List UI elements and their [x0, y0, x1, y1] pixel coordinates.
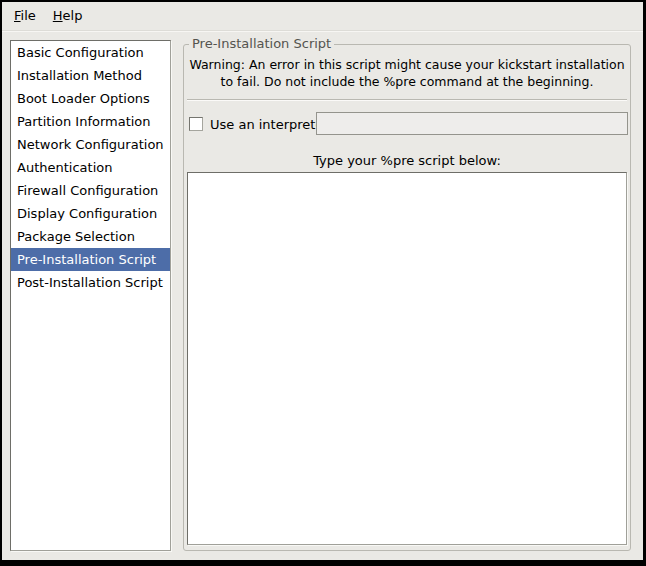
menu-bar: File Help	[2, 2, 643, 31]
sidebar-item-basic-configuration[interactable]: Basic Configuration	[11, 41, 170, 64]
panel-title: Pre-Installation Script	[189, 36, 334, 51]
warning-text: Warning: An error in this script might c…	[184, 56, 630, 90]
sidebar-item-installation-method[interactable]: Installation Method	[11, 64, 170, 87]
pre-installation-script-panel: Pre-Installation Script Warning: An erro…	[183, 44, 631, 551]
checkbox-unchecked-icon	[189, 117, 203, 131]
sidebar-item-display-configuration[interactable]: Display Configuration	[11, 202, 170, 225]
sidebar-item-partition-information[interactable]: Partition Information	[11, 110, 170, 133]
sidebar-item-boot-loader-options[interactable]: Boot Loader Options	[11, 87, 170, 110]
sidebar-item-network-configuration[interactable]: Network Configuration	[11, 133, 170, 156]
warning-line-2: to fail. Do not include the %pre command…	[184, 73, 630, 90]
sidebar-item-pre-installation-script[interactable]: Pre-Installation Script	[11, 248, 170, 271]
menu-help[interactable]: Help	[45, 3, 92, 29]
sidebar-item-authentication[interactable]: Authentication	[11, 156, 170, 179]
script-label: Type your %pre script below:	[184, 153, 630, 168]
use-interpreter-checkbox[interactable]: Use an interpreter:	[188, 111, 333, 137]
sidebar-item-post-installation-script[interactable]: Post-Installation Script	[11, 271, 170, 294]
warning-line-1: Warning: An error in this script might c…	[184, 56, 630, 73]
section-list: Basic Configuration Installation Method …	[10, 40, 171, 551]
horizontal-separator	[187, 99, 627, 101]
pre-script-textarea[interactable]	[187, 172, 627, 545]
menu-file[interactable]: File	[6, 3, 45, 29]
menu-file-label: File	[14, 8, 36, 23]
sidebar-item-firewall-configuration[interactable]: Firewall Configuration	[11, 179, 170, 202]
sidebar-item-package-selection[interactable]: Package Selection	[11, 225, 170, 248]
use-interpreter-label: Use an interpreter:	[210, 117, 333, 132]
kickstart-configurator-window: File Help Basic Configuration Installati…	[0, 0, 646, 566]
interpreter-input[interactable]	[316, 112, 628, 135]
menu-help-label: Help	[53, 8, 83, 23]
